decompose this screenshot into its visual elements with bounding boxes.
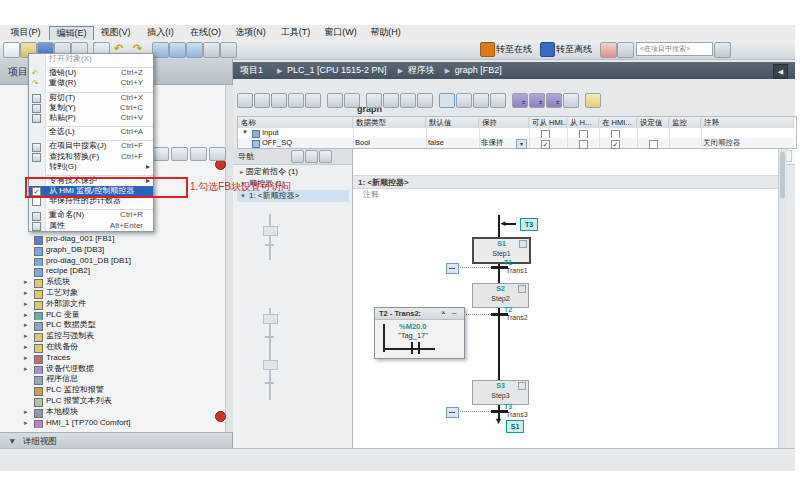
edit-menu-item[interactable]: 转到(G)▸	[29, 162, 153, 172]
column-header[interactable]: 可从 HMI...	[529, 117, 567, 128]
compile-icon[interactable]	[152, 42, 169, 58]
tree-item[interactable]: 程序信息	[0, 374, 226, 385]
tree-item[interactable]: ▸本地模块	[0, 407, 226, 418]
editor-tool-icon-19[interactable]	[563, 93, 579, 108]
column-header[interactable]: 从 H...	[567, 117, 599, 128]
column-header[interactable]: 数据类型	[353, 117, 426, 128]
table-row[interactable]: OFF_SQBoolfalse非保持▾✓✓关闭顺控器	[238, 138, 794, 148]
scroll-thumb[interactable]	[780, 152, 785, 198]
edit-menu-item[interactable]: ↷重做(R)Ctrl+Y	[29, 78, 153, 88]
edit-menu-item[interactable]: 复制(Y)Ctrl+C	[29, 103, 153, 113]
column-header[interactable]: 保持	[479, 117, 529, 128]
tree-collapse-icon[interactable]: ▸	[24, 407, 28, 418]
tree-collapse-icon[interactable]: ▸	[24, 310, 28, 321]
step-action-icon[interactable]	[518, 285, 526, 293]
menubar-item-9[interactable]: 帮助(H)	[364, 26, 407, 39]
details-view-bar[interactable]: ▼ 详细视图	[0, 432, 233, 449]
popup-tag-name[interactable]: "Tag_17"	[398, 331, 428, 340]
tree-item[interactable]: pro-diag_001_DB [DB1]	[0, 256, 226, 267]
editor-tool-icon-9[interactable]	[383, 93, 399, 108]
edit-menu-item[interactable]: ↶撤销(U)Ctrl+Z	[29, 68, 153, 78]
editor-tool-icon-13[interactable]	[456, 93, 472, 108]
step-action-icon[interactable]	[519, 240, 527, 248]
tree-collapse-icon[interactable]: ▸	[24, 353, 28, 364]
canvas-vscrollbar[interactable]	[778, 148, 787, 460]
transition-popup[interactable]: T2 - Trans2: × – %M20.0 "Tag_17"	[374, 307, 465, 359]
menubar-item-2[interactable]: 编辑(E)	[49, 26, 94, 41]
edit-menu-item[interactable]: 查找和替换(F)Ctrl+F	[29, 152, 153, 162]
popup-titlebar[interactable]: T2 - Trans2: × –	[375, 308, 464, 320]
menu-checkbox-icon[interactable]	[32, 197, 41, 206]
edit-menu-item[interactable]: 剪切(T)Ctrl+X	[29, 93, 153, 103]
tree-item[interactable]: ▸监控与强制表	[0, 331, 226, 342]
edit-menu-item[interactable]: 属性Alt+Enter	[29, 221, 153, 231]
step-action-icon[interactable]	[518, 382, 526, 390]
menubar-item-1[interactable]: 项目(P)	[4, 26, 47, 39]
menubar-item-6[interactable]: 选项(N)	[229, 26, 272, 39]
zoom-in-icon[interactable]	[291, 150, 304, 163]
hmi-checkbox[interactable]: ✓	[541, 140, 550, 149]
editor-tool-icon-10[interactable]	[400, 93, 416, 108]
hmi-checkbox[interactable]: ✓	[611, 140, 620, 149]
go-online-icon[interactable]	[480, 42, 495, 57]
tree-item[interactable]: ▸PLC 变量	[0, 310, 226, 321]
editor-tool-icon-11[interactable]	[417, 93, 433, 108]
editor-tool-icon-20[interactable]	[585, 93, 601, 108]
popup-close-icon[interactable]: ×	[441, 308, 446, 317]
menubar-item-3[interactable]: 视图(V)	[94, 26, 137, 39]
tree-collapse-icon[interactable]: ▸	[24, 277, 28, 288]
editor-tool-icon-7[interactable]	[344, 93, 360, 108]
edit-menu-item[interactable]: 打开对象(X)	[29, 54, 153, 64]
editor-tool-icon-4[interactable]	[288, 93, 304, 108]
diagnostics-icon[interactable]	[600, 42, 617, 58]
row-expand-icon[interactable]: ▼	[242, 129, 248, 135]
step-box-S3[interactable]: S3Step3	[472, 380, 529, 405]
tree-item[interactable]: ▸外部源文件	[0, 299, 226, 310]
editor-tool-icon-3[interactable]	[271, 93, 287, 108]
breadcrumb-segment[interactable]: PLC_1 [CPU 1515-2 PN]	[287, 62, 387, 79]
tree-item[interactable]: ▸Traces	[0, 353, 226, 364]
tree-collapse-icon[interactable]: ▸	[24, 418, 28, 429]
edit-menu-item[interactable]: 粘贴(P)Ctrl+V	[29, 113, 153, 123]
edit-menu-item[interactable]: 重命名(N)Ctrl+R	[29, 210, 153, 220]
tree-settings-icon[interactable]	[209, 147, 226, 161]
nav-arrow-icon[interactable]: ▸	[240, 169, 243, 175]
breadcrumb-segment[interactable]: 项目1	[240, 62, 263, 79]
tree-item[interactable]: ▸工艺对象	[0, 288, 226, 299]
tree-item[interactable]: ▸PLC 数据类型	[0, 320, 226, 331]
tree-item[interactable]: pro-diag_001 [FB1]	[0, 234, 226, 245]
tree-collapse-all-icon[interactable]	[190, 147, 207, 161]
menubar-item-5[interactable]: 在线(O)	[184, 26, 227, 39]
upload-icon[interactable]	[186, 42, 203, 58]
tree-collapse-icon[interactable]: ▸	[24, 342, 28, 353]
column-header[interactable]: 设定值	[637, 117, 669, 128]
tree-collapse-icon[interactable]: ▸	[24, 299, 28, 310]
hmi-checkbox[interactable]	[579, 140, 588, 149]
download-icon[interactable]	[169, 42, 186, 58]
edit-menu-item[interactable]: 全选(L)Ctrl+A	[29, 127, 153, 137]
popup-minimize-icon[interactable]: –	[452, 308, 456, 317]
tree-item[interactable]: PLC 报警文本列表	[0, 396, 226, 407]
breadcrumb-segment[interactable]: 程序块	[408, 62, 435, 79]
tree-item[interactable]: ▸系统块	[0, 277, 226, 288]
navigation-item[interactable]: ▸固定前指令 (1)	[237, 166, 349, 178]
stop-cpu-icon[interactable]	[220, 42, 237, 58]
go-offline-button[interactable]: 转至离线	[556, 43, 592, 56]
retain-dropdown-icon[interactable]: ▾	[516, 139, 527, 149]
popup-operand[interactable]: %M20.0	[399, 322, 427, 331]
editor-tool-icon-5[interactable]	[305, 93, 321, 108]
step-box-S1[interactable]: S1Step1	[472, 237, 531, 264]
setpoint-checkbox[interactable]	[649, 140, 658, 149]
editor-tool-icon-2[interactable]	[254, 93, 270, 108]
tree-item[interactable]: ▸设备代理数据	[0, 364, 226, 375]
editor-tool-icon-18[interactable]: ±	[546, 93, 562, 108]
tree-item[interactable]: PLC 监控和报警	[0, 385, 226, 396]
start-cpu-icon[interactable]	[203, 42, 220, 58]
tree-item[interactable]: ▸在线备份	[0, 342, 226, 353]
tree-collapse-icon[interactable]: ▸	[24, 331, 28, 342]
editor-tool-icon-14[interactable]	[473, 93, 489, 108]
editor-tool-icon-16[interactable]: ±	[512, 93, 528, 108]
zoom-fit-icon[interactable]	[319, 150, 332, 163]
column-header[interactable]: 名称	[238, 117, 353, 128]
editor-tool-icon-12[interactable]	[439, 93, 455, 108]
